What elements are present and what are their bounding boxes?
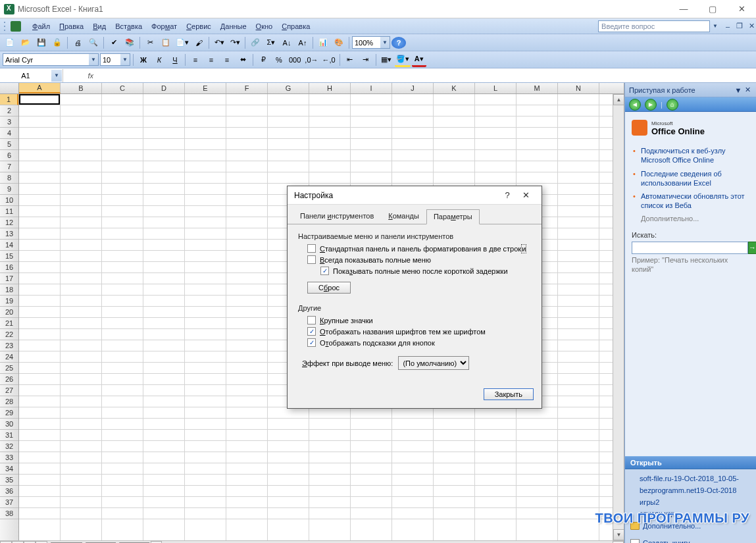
recent-file-link[interactable]: игры2 (630, 497, 751, 509)
doc-restore-button[interactable]: ❐ (735, 22, 744, 31)
row-header[interactable]: 38 (0, 508, 18, 519)
menu-insert[interactable]: Вставка (111, 20, 147, 32)
recent-file-link[interactable]: soft-file.ru-19-Oct-2018_10-05- (630, 473, 751, 485)
taskpane-forward-button[interactable]: ► (645, 99, 657, 111)
checkbox-font-names[interactable]: ✓ Отображать названия шрифтов тем же шри… (307, 327, 531, 336)
chevron-down-icon[interactable]: ▼ (380, 37, 390, 48)
row-header[interactable]: 33 (0, 452, 18, 463)
column-header[interactable]: J (392, 83, 434, 93)
column-header[interactable]: N (558, 83, 599, 93)
name-box[interactable]: ▼ (0, 69, 63, 82)
increase-indent-button[interactable]: ⇥ (359, 53, 373, 67)
percent-button[interactable]: % (272, 53, 286, 67)
row-header[interactable]: 27 (0, 385, 18, 396)
zoom-value[interactable] (353, 37, 380, 48)
copy-button[interactable]: 📋 (159, 36, 173, 50)
borders-button[interactable]: ▦▾ (379, 53, 393, 67)
row-header[interactable]: 31 (0, 430, 18, 441)
taskpane-more-link[interactable]: Дополнительно... (632, 213, 749, 224)
zoom-dropdown[interactable]: ▼ (352, 36, 390, 49)
dialog-tab-commands[interactable]: Команды (381, 209, 426, 224)
checkbox-large-icons[interactable]: Крупные значки (307, 316, 531, 324)
checkbox-full-menus[interactable]: Всегда показывать полные меню (307, 255, 531, 264)
chevron-down-icon[interactable]: ▼ (51, 70, 62, 82)
row-header[interactable]: 24 (0, 351, 18, 363)
open-more-link[interactable]: Дополнительно... (630, 520, 751, 532)
merge-center-button[interactable]: ⬌ (236, 53, 250, 67)
undo-button[interactable]: ↶▾ (212, 36, 226, 50)
window-maximize-button[interactable]: ▢ (698, 0, 727, 18)
row-header[interactable]: 21 (0, 318, 18, 329)
currency-button[interactable]: ₽ (256, 53, 270, 67)
menu-window[interactable]: Окно (251, 20, 278, 32)
open-button[interactable]: 📂 (18, 36, 33, 50)
font-name-dropdown[interactable]: ▼ (3, 53, 99, 66)
scroll-up-button[interactable]: ▲ (613, 94, 624, 105)
doc-minimize-button[interactable]: – (723, 22, 732, 31)
save-button[interactable]: 💾 (34, 36, 49, 50)
row-header[interactable]: 14 (0, 240, 18, 251)
column-header[interactable]: D (143, 83, 185, 93)
decrease-decimal-button[interactable]: ←,0 (321, 53, 337, 67)
column-header[interactable]: C (102, 83, 143, 93)
row-header[interactable]: 15 (0, 251, 18, 262)
bold-button[interactable]: Ж (136, 53, 151, 67)
format-painter-button[interactable]: 🖌 (191, 36, 206, 50)
row-header[interactable]: 16 (0, 262, 18, 273)
select-all-corner[interactable] (0, 83, 19, 93)
menu-help[interactable]: Справка (277, 20, 315, 32)
reset-button[interactable]: Сброс (307, 282, 351, 294)
column-header[interactable]: G (268, 83, 309, 93)
column-header[interactable]: H (309, 83, 351, 93)
create-workbook-link[interactable]: Создать книгу... (630, 537, 751, 543)
taskpane-search-input[interactable] (632, 242, 748, 254)
name-box-input[interactable] (0, 72, 51, 80)
font-size-dropdown[interactable]: ▼ (100, 53, 130, 66)
align-left-button[interactable]: ≡ (188, 53, 203, 67)
row-header[interactable]: 11 (0, 206, 18, 217)
menu-view[interactable]: Вид (88, 20, 111, 32)
research-button[interactable]: 📚 (122, 36, 137, 50)
dialog-tab-options[interactable]: Параметры (426, 209, 480, 224)
column-header[interactable]: B (61, 83, 102, 93)
fill-color-button[interactable]: 🪣▾ (395, 53, 411, 67)
menu-effect-select[interactable]: (По умолчанию) (398, 356, 469, 370)
row-header[interactable]: 5 (0, 139, 18, 150)
row-header[interactable]: 29 (0, 407, 18, 419)
taskpane-home-button[interactable]: ⌂ (667, 99, 678, 111)
doc-close-button[interactable]: ✕ (747, 22, 756, 31)
row-header[interactable]: 26 (0, 374, 18, 385)
dialog-close-action-button[interactable]: Закрыть (484, 388, 534, 400)
taskpane-dropdown-button[interactable]: ▼ (734, 86, 743, 95)
taskpane-close-button[interactable]: ✕ (743, 86, 752, 95)
paste-button[interactable]: 📄▾ (174, 36, 190, 50)
row-header[interactable]: 22 (0, 329, 18, 340)
column-header[interactable]: L (475, 83, 517, 93)
print-preview-button[interactable]: 🔍 (86, 36, 101, 50)
row-header[interactable]: 34 (0, 463, 18, 475)
font-color-button[interactable]: A▾ (412, 53, 426, 67)
row-header[interactable]: 1 (0, 94, 18, 105)
row-header[interactable]: 9 (0, 184, 18, 195)
permission-button[interactable]: 🔓 (50, 36, 64, 50)
taskpane-link[interactable]: Подключиться к веб-узлу Microsoft Office… (632, 144, 749, 167)
column-header[interactable]: K (434, 83, 475, 93)
column-header[interactable]: M (517, 83, 558, 93)
align-center-button[interactable]: ≡ (204, 53, 218, 67)
print-button[interactable]: 🖨 (70, 36, 85, 50)
menu-file[interactable]: Файл (28, 20, 55, 32)
spelling-button[interactable]: ✔ (107, 36, 121, 50)
menu-edit[interactable]: Правка (55, 20, 88, 32)
menu-tools[interactable]: Сервис (182, 20, 216, 32)
checkbox-tooltips[interactable]: ✓ Отображать подсказки для кнопок (307, 338, 531, 347)
font-size-input[interactable] (101, 54, 120, 65)
recent-file-link[interactable]: bezprogramm.net19-Oct-2018 (630, 485, 751, 497)
scroll-down-button[interactable]: ▼ (613, 529, 624, 540)
vertical-scrollbar[interactable]: ▲ ▼ (613, 94, 624, 540)
row-header[interactable]: 36 (0, 486, 18, 497)
fx-label[interactable]: fx (63, 72, 97, 80)
dialog-close-button[interactable]: ✕ (517, 190, 535, 200)
menu-data[interactable]: Данные (216, 20, 251, 32)
align-right-button[interactable]: ≡ (220, 53, 234, 67)
row-header[interactable]: 19 (0, 296, 18, 307)
